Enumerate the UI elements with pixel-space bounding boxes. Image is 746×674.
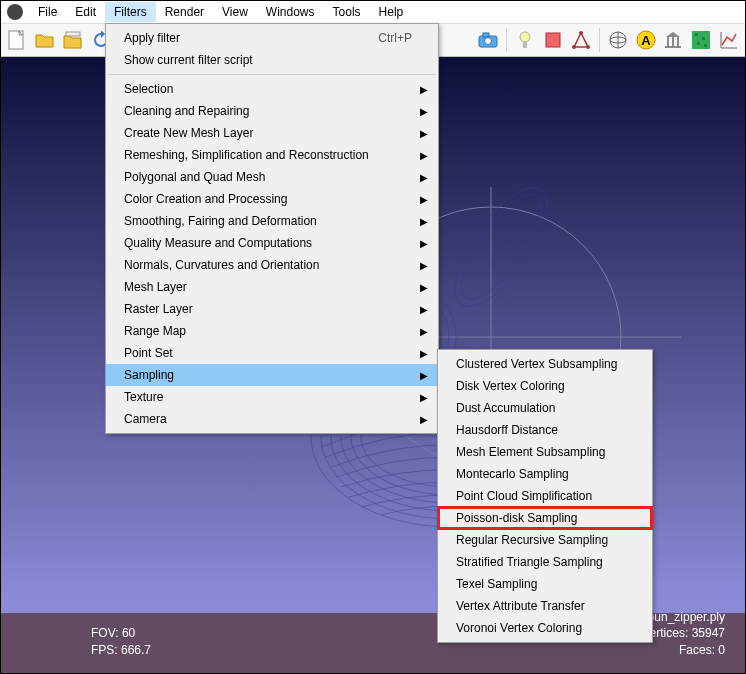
menu-item-label: Texture [124,390,163,404]
select-vert-icon[interactable] [569,27,593,53]
submenu-arrow-icon: ▶ [420,414,428,425]
menu-item-label: Smoothing, Fairing and Deformation [124,214,317,228]
noise-icon[interactable] [689,27,713,53]
submenu-arrow-icon: ▶ [420,348,428,359]
svg-point-9 [586,45,590,49]
menu-show-script-label: Show current filter script [124,53,253,67]
submenu-item-label: Disk Vertex Coloring [456,379,565,393]
faces-value: 0 [718,643,725,657]
menu-item-label: Create New Mesh Layer [124,126,253,140]
open-folder-icon[interactable] [33,27,57,53]
fps-value: 666.7 [121,643,151,657]
submenu-arrow-icon: ▶ [420,238,428,249]
svg-rect-6 [523,42,527,48]
submenu-arrow-icon: ▶ [420,260,428,271]
chart-icon[interactable] [717,27,741,53]
menu-item-label: Mesh Layer [124,280,187,294]
menu-view[interactable]: View [213,2,257,22]
sampling-item-point-cloud-simplification[interactable]: Point Cloud Simplification [438,485,652,507]
sampling-item-texel-sampling[interactable]: Texel Sampling [438,573,652,595]
submenu-item-label: Montecarlo Sampling [456,467,569,481]
camera-icon[interactable] [476,27,500,53]
menu-item-label: Raster Layer [124,302,193,316]
sampling-item-regular-recursive-sampling[interactable]: Regular Recursive Sampling [438,529,652,551]
sampling-item-dust-accumulation[interactable]: Dust Accumulation [438,397,652,419]
submenu-arrow-icon: ▶ [420,392,428,403]
filters-category-cleaning-and-repairing[interactable]: Cleaning and Repairing▶ [106,100,438,122]
sampling-item-voronoi-vertex-coloring[interactable]: Voronoi Vertex Coloring [438,617,652,639]
submenu-item-label: Dust Accumulation [456,401,555,415]
filters-category-mesh-layer[interactable]: Mesh Layer▶ [106,276,438,298]
sampling-item-poisson-disk-sampling[interactable]: Poisson-disk Sampling [438,507,652,529]
filters-category-remeshing-simplification-and-reconstruction[interactable]: Remeshing, Simplification and Reconstruc… [106,144,438,166]
submenu-arrow-icon: ▶ [420,128,428,139]
submenu-item-label: Voronoi Vertex Coloring [456,621,582,635]
globe-icon[interactable] [606,27,630,53]
filters-category-camera[interactable]: Camera▶ [106,408,438,430]
filters-category-create-new-mesh-layer[interactable]: Create New Mesh Layer▶ [106,122,438,144]
submenu-item-label: Clustered Vertex Subsampling [456,357,617,371]
sampling-item-vertex-attribute-transfer[interactable]: Vertex Attribute Transfer [438,595,652,617]
submenu-item-label: Point Cloud Simplification [456,489,592,503]
submenu-item-label: Hausdorff Distance [456,423,558,437]
filters-category-texture[interactable]: Texture▶ [106,386,438,408]
fps-label: FPS: [91,643,121,657]
filters-category-raster-layer[interactable]: Raster Layer▶ [106,298,438,320]
app-icon [7,4,23,20]
svg-rect-17 [672,37,674,46]
menu-edit[interactable]: Edit [66,2,105,22]
menu-file[interactable]: File [29,2,66,22]
menu-render[interactable]: Render [156,2,213,22]
filters-category-sampling[interactable]: Sampling▶ [106,364,438,386]
svg-rect-16 [667,37,669,46]
menu-item-label: Cleaning and Repairing [124,104,249,118]
menu-item-label: Point Set [124,346,173,360]
menu-apply-filter[interactable]: Apply filter Ctrl+P [106,27,438,49]
filters-category-point-set[interactable]: Point Set▶ [106,342,438,364]
new-doc-icon[interactable] [5,27,29,53]
sampling-item-hausdorff-distance[interactable]: Hausdorff Distance [438,419,652,441]
submenu-arrow-icon: ▶ [420,216,428,227]
faces-label: Faces: [679,643,718,657]
menu-help[interactable]: Help [370,2,413,22]
filters-category-quality-measure-and-computations[interactable]: Quality Measure and Computations▶ [106,232,438,254]
filters-category-selection[interactable]: Selection▶ [106,78,438,100]
sampling-item-stratified-triangle-sampling[interactable]: Stratified Triangle Sampling [438,551,652,573]
menu-item-label: Color Creation and Processing [124,192,287,206]
submenu-item-label: Stratified Triangle Sampling [456,555,603,569]
sampling-item-montecarlo-sampling[interactable]: Montecarlo Sampling [438,463,652,485]
select-face-icon[interactable] [541,27,565,53]
svg-rect-24 [704,44,707,47]
submenu-arrow-icon: ▶ [420,304,428,315]
light-icon[interactable] [513,27,537,53]
svg-rect-19 [665,46,681,48]
submenu-arrow-icon: ▶ [420,106,428,117]
menu-item-label: Remeshing, Simplification and Reconstruc… [124,148,369,162]
svg-rect-1 [66,32,80,36]
sampling-item-clustered-vertex-subsampling[interactable]: Clustered Vertex Subsampling [438,353,652,375]
filters-category-polygonal-and-quad-mesh[interactable]: Polygonal and Quad Mesh▶ [106,166,438,188]
sampling-item-mesh-element-subsampling[interactable]: Mesh Element Subsampling [438,441,652,463]
menu-show-script[interactable]: Show current filter script [106,49,438,71]
submenu-item-label: Texel Sampling [456,577,537,591]
menu-item-label: Polygonal and Quad Mesh [124,170,265,184]
open-project-icon[interactable] [61,27,85,53]
museum-icon[interactable] [661,27,685,53]
filters-category-normals-curvatures-and-orientation[interactable]: Normals, Curvatures and Orientation▶ [106,254,438,276]
menu-filters[interactable]: Filters [105,2,156,22]
submenu-arrow-icon: ▶ [420,194,428,205]
submenu-item-label: Poisson-disk Sampling [456,511,577,525]
filters-category-range-map[interactable]: Range Map▶ [106,320,438,342]
filters-category-smoothing-fairing-and-deformation[interactable]: Smoothing, Fairing and Deformation▶ [106,210,438,232]
filters-category-color-creation-and-processing[interactable]: Color Creation and Processing▶ [106,188,438,210]
menu-windows[interactable]: Windows [257,2,324,22]
menu-tools[interactable]: Tools [324,2,370,22]
sampling-item-disk-vertex-coloring[interactable]: Disk Vertex Coloring [438,375,652,397]
svg-point-8 [572,45,576,49]
submenu-arrow-icon: ▶ [420,150,428,161]
submenu-arrow-icon: ▶ [420,282,428,293]
measure-a-icon[interactable]: A [634,27,658,53]
svg-rect-23 [697,42,700,45]
submenu-item-label: Vertex Attribute Transfer [456,599,585,613]
filters-dropdown: Apply filter Ctrl+P Show current filter … [105,23,439,434]
